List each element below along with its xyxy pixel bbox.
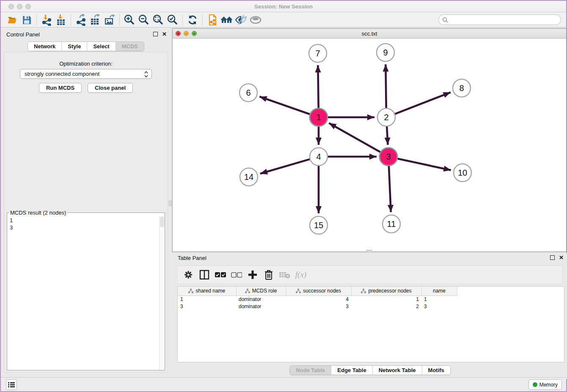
table-panel-title: Table Panel <box>178 255 206 261</box>
split-column-icon <box>199 270 209 280</box>
zoom-selected-icon <box>167 14 179 26</box>
network-window-title: scc.txt <box>173 30 566 37</box>
table-row[interactable]: 3 dominator 3 2 3 <box>178 303 457 310</box>
table-settings-button[interactable] <box>181 268 195 282</box>
criterion-dropdown[interactable]: strongly connected component <box>20 69 152 79</box>
node-table[interactable]: shared name MCDS role successor nodes pr… <box>177 286 564 362</box>
mcds-panel: Optimization criterion: strongly connect… <box>4 52 168 373</box>
network-canvas[interactable]: 1234678910111415 <box>173 39 566 251</box>
network-window-titlebar[interactable]: ✕ − + scc.txt <box>173 29 566 39</box>
open-session-button[interactable] <box>5 14 19 26</box>
optimization-criterion-label: Optimization criterion: <box>4 61 168 67</box>
close-table-panel-icon[interactable]: ✕ <box>559 255 564 260</box>
select-all-button[interactable] <box>213 268 228 282</box>
unchecked-boxes-icon <box>231 272 242 278</box>
toggle-graphics-details-button[interactable] <box>234 14 248 26</box>
toolbar-separator <box>71 14 71 25</box>
column-header-name[interactable]: name <box>421 287 457 295</box>
run-mcds-button[interactable]: Run MCDS <box>39 83 82 93</box>
search-input[interactable] <box>450 17 561 23</box>
float-table-panel-icon[interactable] <box>550 255 555 260</box>
network-file-icon <box>206 14 218 26</box>
export-network-button[interactable] <box>74 14 88 26</box>
split-handle-vertical[interactable] <box>169 201 172 206</box>
tab-network[interactable]: Network <box>28 42 62 51</box>
gear-icon <box>184 270 193 279</box>
zoom-out-button[interactable] <box>137 14 151 26</box>
status-bar: Memory <box>1 377 566 391</box>
result-scrollbar[interactable] <box>159 216 165 370</box>
title-bar: Session: New Session <box>1 1 566 12</box>
chevron-up-down-icon <box>144 71 149 78</box>
graph-edge-3-1[interactable] <box>329 123 380 152</box>
column-header-successor-nodes[interactable]: successor nodes <box>286 287 351 295</box>
graph-edge-2-8[interactable] <box>395 92 451 114</box>
export-image-button[interactable] <box>102 14 117 26</box>
zoom-selected-button[interactable] <box>165 14 180 26</box>
tab-mcds[interactable]: MCDS <box>116 42 144 51</box>
column-header-shared-name[interactable]: shared name <box>178 287 236 295</box>
apply-function-button[interactable]: f(x) <box>294 268 308 282</box>
mcds-result-text[interactable]: 1 3 <box>7 216 159 370</box>
close-panel-icon[interactable]: ✕ <box>162 32 167 36</box>
tab-style[interactable]: Style <box>62 42 87 51</box>
mcds-result-group: MCDS result (2 nodes) 1 3 <box>7 210 165 370</box>
control-panel-header: Control Panel ✕ <box>1 30 171 39</box>
zoom-in-button[interactable] <box>122 14 137 26</box>
graph-edge-3-11[interactable] <box>389 166 391 212</box>
graph-edge-2-3[interactable] <box>387 127 388 145</box>
import-network-icon <box>41 14 52 26</box>
network-graph[interactable]: 1234678910111415 <box>173 39 566 251</box>
zoom-out-icon <box>138 14 150 26</box>
delete-table-icon <box>279 271 290 279</box>
deselect-all-button[interactable] <box>229 268 244 282</box>
split-handle-horizontal[interactable] <box>366 250 372 252</box>
close-panel-button[interactable]: Close panel <box>88 83 133 93</box>
refresh-layout-button[interactable] <box>185 14 200 26</box>
zoom-fit-button[interactable] <box>151 14 165 26</box>
tab-network-table[interactable]: Network Table <box>373 366 422 375</box>
show-hide-button[interactable] <box>248 14 263 26</box>
graph-edge-1-6[interactable] <box>259 97 310 114</box>
import-table-button[interactable] <box>54 14 68 26</box>
column-header-mcds-role[interactable]: MCDS role <box>236 287 286 295</box>
show-panels-button[interactable] <box>6 379 17 390</box>
delete-column-button[interactable] <box>261 268 276 282</box>
export-table-button[interactable] <box>88 14 102 26</box>
tab-select[interactable]: Select <box>87 42 116 51</box>
graph-node-label-10: 10 <box>458 168 467 177</box>
memory-status-dot <box>533 382 537 387</box>
tab-motifs[interactable]: Motifs <box>422 366 450 375</box>
delete-table-button[interactable] <box>278 268 292 282</box>
toggle-details-eye-icon <box>235 14 248 25</box>
column-tree-icon <box>188 289 193 293</box>
import-network-button[interactable] <box>39 14 54 26</box>
memory-button[interactable]: Memory <box>528 379 562 390</box>
graph-edge-2-9[interactable] <box>385 64 386 108</box>
graph-edge-3-10[interactable] <box>397 159 451 170</box>
control-panel-tabs: Network Style Select MCDS <box>28 41 144 51</box>
tab-edge-table[interactable]: Edge Table <box>331 366 372 375</box>
tab-node-table[interactable]: Node Table <box>290 366 331 375</box>
split-column-button[interactable] <box>197 268 212 282</box>
zoom-fit-icon <box>152 14 164 26</box>
trash-icon <box>264 270 273 280</box>
column-header-predecessor-nodes[interactable]: predecessor nodes <box>351 287 421 295</box>
table-panel: Table Panel ✕ <box>172 253 567 379</box>
search-icon <box>442 17 448 23</box>
column-tree-icon <box>296 289 301 293</box>
graph-edge-4-14[interactable] <box>260 159 310 174</box>
float-panel-icon[interactable] <box>153 32 158 36</box>
window-title: Session: New Session <box>1 3 566 10</box>
home-layout-button[interactable] <box>220 14 234 26</box>
graph-node-label-11: 11 <box>387 219 396 229</box>
new-network-from-file-button[interactable] <box>205 14 220 26</box>
home-icon <box>220 14 233 25</box>
add-column-button[interactable] <box>245 268 260 282</box>
table-row[interactable]: 1 dominator 4 1 1 <box>178 295 457 303</box>
graph-node-label-15: 15 <box>314 221 323 230</box>
search-box[interactable] <box>438 14 561 25</box>
save-session-button[interactable] <box>19 14 34 26</box>
refresh-icon <box>187 14 198 25</box>
graph-edge-1-7[interactable] <box>318 65 318 108</box>
